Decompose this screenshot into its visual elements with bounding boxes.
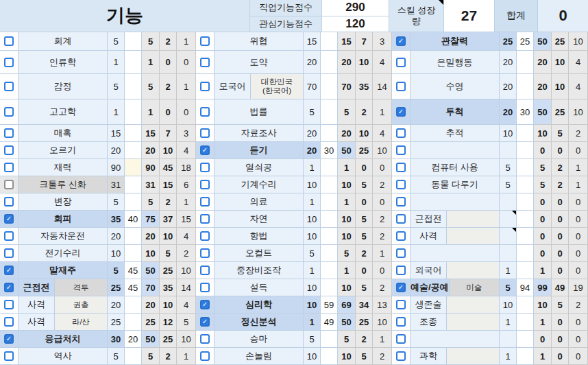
skill-base-value[interactable]: 20 (304, 51, 321, 74)
skill-checkbox-cell[interactable] (0, 32, 19, 51)
skill-extra-points[interactable] (517, 228, 534, 245)
skill-name-cell[interactable]: 외국어 (411, 262, 500, 279)
skill-name-cell[interactable]: 회계 (19, 32, 108, 51)
skill-name-cell[interactable]: 위협 (215, 32, 304, 51)
skill-base-value[interactable]: 35 (108, 211, 125, 228)
skill-checkbox-cell[interactable] (196, 74, 215, 99)
skill-checkbox-cell[interactable] (0, 193, 19, 211)
skill-name-cell[interactable]: 조종 (411, 314, 500, 331)
skill-base-value[interactable]: 20 (108, 296, 125, 314)
skill-base-value[interactable]: 10 (500, 296, 517, 314)
skill-extra-points[interactable] (321, 176, 338, 193)
skill-name-cell[interactable] (411, 331, 500, 348)
skill-checkbox-cell[interactable] (0, 262, 19, 279)
skill-checkbox-cell[interactable] (0, 176, 19, 193)
skill-extra-points[interactable] (321, 32, 338, 51)
skill-base-value[interactable]: 5 (304, 331, 321, 348)
skill-extra-points[interactable] (321, 159, 338, 176)
skill-name-cell[interactable]: 투척 (411, 99, 500, 125)
skill-name-cell[interactable]: 추적 (411, 125, 500, 142)
skill-name-cell[interactable]: 근접전 격투 (19, 279, 108, 296)
skill-checkbox-cell[interactable] (196, 99, 215, 125)
skill-name-cell[interactable] (411, 142, 500, 159)
skill-checkbox-cell[interactable] (0, 211, 19, 228)
skill-base-value[interactable]: 30 (108, 331, 125, 348)
skill-extra-points[interactable] (125, 193, 142, 211)
skill-name-cell[interactable]: 감정 (19, 74, 108, 99)
skill-name-cell[interactable]: 도약 (215, 51, 304, 74)
skill-extra-points[interactable]: 49 (321, 314, 338, 331)
skill-checkbox-cell[interactable] (392, 51, 411, 74)
skill-checkbox-cell[interactable] (0, 296, 19, 314)
skill-base-value[interactable]: 1 (500, 314, 517, 331)
skill-name-cell[interactable]: 모국어 대한민국 (한국어) (215, 74, 304, 99)
skill-extra-points[interactable] (125, 125, 142, 142)
skill-checkbox-cell[interactable] (196, 142, 215, 159)
skill-name-cell[interactable]: 동물 다루기 (411, 176, 500, 193)
skill-base-value[interactable]: 70 (304, 74, 321, 99)
skill-extra-points[interactable] (517, 245, 534, 262)
skill-name-cell[interactable]: 자연 (215, 211, 304, 228)
skill-base-value[interactable]: 10 (304, 296, 321, 314)
skill-name-cell[interactable]: 사격 (411, 228, 500, 245)
skill-base-value[interactable] (500, 142, 517, 159)
skill-base-value[interactable] (500, 331, 517, 348)
skill-checkbox-cell[interactable] (196, 51, 215, 74)
skill-checkbox-cell[interactable] (196, 159, 215, 176)
skill-name-cell[interactable]: 근접전 (411, 211, 500, 228)
skill-extra-points[interactable] (321, 125, 338, 142)
skill-name-cell[interactable]: 사격 권총 (19, 296, 108, 314)
skill-base-value[interactable]: 20 (500, 74, 517, 99)
skill-extra-points[interactable] (125, 142, 142, 159)
skill-extra-points[interactable] (125, 159, 142, 176)
skill-checkbox-cell[interactable] (196, 32, 215, 51)
skill-checkbox-cell[interactable] (0, 314, 19, 331)
skill-checkbox-cell[interactable] (196, 193, 215, 211)
skill-extra-points[interactable]: 20 (125, 331, 142, 348)
skill-extra-points[interactable] (321, 211, 338, 228)
skill-base-value[interactable]: 1 (304, 314, 321, 331)
skill-extra-points[interactable] (125, 176, 142, 193)
skill-name-cell[interactable]: 고고학 (19, 99, 108, 125)
skill-base-value[interactable] (500, 228, 517, 245)
skill-name-cell[interactable]: 인류학 (19, 51, 108, 74)
skill-extra-points[interactable] (125, 296, 142, 314)
skill-extra-points[interactable]: 94 (517, 279, 534, 296)
skill-checkbox-cell[interactable] (392, 74, 411, 99)
skill-extra-points[interactable] (517, 296, 534, 314)
skill-name-cell[interactable]: 예술/공예 미술 (411, 279, 500, 296)
skill-name-cell[interactable]: 재력 (19, 159, 108, 176)
skill-checkbox-cell[interactable] (196, 348, 215, 365)
skill-name-cell[interactable]: 손놀림 (215, 348, 304, 365)
skill-name-cell[interactable]: 듣기 (215, 142, 304, 159)
skill-base-value[interactable] (500, 245, 517, 262)
occupation-points-value[interactable]: 290 (322, 0, 389, 16)
skill-checkbox-cell[interactable] (0, 331, 19, 348)
skill-name-cell[interactable]: 과학 (411, 348, 500, 365)
skill-base-value[interactable]: 25 (108, 314, 125, 331)
skill-name-cell[interactable]: 승마 (215, 331, 304, 348)
skill-extra-points[interactable] (517, 159, 534, 176)
skill-checkbox-cell[interactable] (392, 176, 411, 193)
skill-base-value[interactable] (500, 211, 517, 228)
skill-extra-points[interactable]: 25 (517, 32, 534, 51)
skill-base-value[interactable]: 5 (304, 245, 321, 262)
skill-name-cell[interactable]: 회피 (19, 211, 108, 228)
skill-base-value[interactable]: 10 (500, 125, 517, 142)
skill-base-value[interactable]: 1 (108, 99, 125, 125)
skill-name-cell[interactable]: 자료조사 (215, 125, 304, 142)
skill-checkbox-cell[interactable] (0, 159, 19, 176)
skill-base-value[interactable]: 5 (108, 348, 125, 365)
skill-checkbox-cell[interactable] (392, 211, 411, 228)
skill-extra-points[interactable] (321, 279, 338, 296)
skill-name-cell[interactable] (411, 245, 500, 262)
skill-extra-points[interactable] (517, 142, 534, 159)
skill-base-value[interactable]: 20 (108, 228, 125, 245)
skill-base-value[interactable]: 15 (304, 32, 321, 51)
skill-name-cell[interactable] (411, 193, 500, 211)
skill-extra-points[interactable] (125, 314, 142, 331)
skill-checkbox-cell[interactable] (392, 99, 411, 125)
skill-extra-points[interactable] (517, 193, 534, 211)
skill-name-cell[interactable]: 법률 (215, 99, 304, 125)
skill-growth-value[interactable]: 27 (444, 0, 495, 32)
